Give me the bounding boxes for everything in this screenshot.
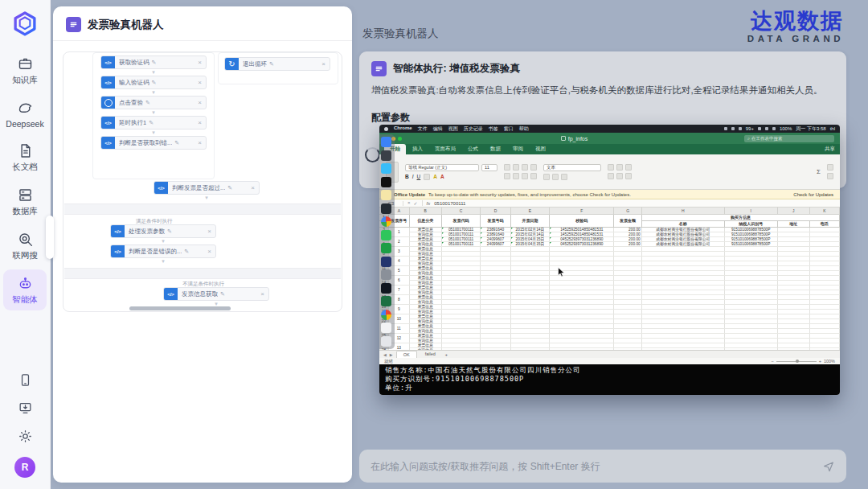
prev-sheet-icon: ◀ bbox=[383, 352, 387, 357]
excel-tab-审阅: 审阅 bbox=[507, 144, 529, 154]
workflow-node[interactable]: 判断发票是否超过... bbox=[154, 181, 260, 195]
number-format-select: 文本 bbox=[543, 164, 601, 171]
excel-tab-视图: 视图 bbox=[530, 144, 551, 154]
mac-menu-items: Chrome文件编辑视图历史记录书签窗口帮助 bbox=[394, 125, 529, 133]
edit-icon[interactable] bbox=[227, 185, 232, 191]
execution-screenshot: Chrome文件编辑视图历史记录书签窗口帮助 99+100%周一 下午3:58t… bbox=[379, 125, 840, 395]
edit-icon[interactable] bbox=[269, 61, 274, 68]
desktop-download-icon[interactable] bbox=[18, 401, 33, 416]
terminal-line: 购买方识别号:91510100698878500P bbox=[385, 375, 834, 384]
mac-menu-item: 编辑 bbox=[433, 125, 443, 133]
workflow-node[interactable]: 获取验证码 bbox=[100, 55, 207, 69]
brand-logo-en: DATA GRAND bbox=[747, 34, 844, 43]
spreadsheet-grid: ABCDEFGHIJK1发票序号信息分类发票代码发票号码开票日期校验码发票金额购… bbox=[379, 208, 840, 350]
delete-node-icon[interactable] bbox=[207, 228, 211, 235]
app-root: 知识库Deepseek长文档数据库联网搜智能体 R 发票验真机器人 获取验证 bbox=[0, 0, 868, 489]
formula-bar: C3 ×✓ fx 051001700111 bbox=[379, 199, 840, 208]
next-sheet-icon: ▶ bbox=[390, 352, 393, 357]
sidebar-item-deepseek[interactable]: Deepseek bbox=[3, 94, 47, 134]
node-code-icon bbox=[154, 181, 168, 195]
sidebar-item-database[interactable]: 数据库 bbox=[3, 181, 47, 222]
mac-menu-item: 文件 bbox=[418, 125, 428, 133]
settings-gear-icon[interactable] bbox=[18, 429, 33, 444]
mobile-app-icon[interactable] bbox=[18, 372, 33, 388]
edit-icon[interactable] bbox=[174, 140, 179, 146]
workflow-node[interactable]: 判断是否是错误的... bbox=[110, 244, 216, 258]
excel-tab-插入: 插入 bbox=[407, 144, 428, 154]
workflow-canvas[interactable]: 获取验证码输入验证码点击查验延时执行1判断是否获取到错... 退出循环 判断发票… bbox=[63, 51, 342, 312]
delete-node-icon[interactable] bbox=[198, 119, 202, 126]
delete-node-icon[interactable] bbox=[198, 139, 202, 146]
excel-ribbon: 等线 Regular (正文) 11 B I U A A bbox=[379, 154, 840, 190]
terminal-output: 销售方名称:中国石油天然气股份有限公司四川销售分公司购买方识别号:9151010… bbox=[379, 364, 840, 395]
menubar-status-icon bbox=[765, 127, 768, 130]
node-label: 判断发票是否超过... bbox=[172, 184, 225, 192]
loading-spinner-icon bbox=[365, 147, 380, 162]
menubar-status-icon bbox=[724, 127, 727, 130]
workflow-hscrollbar[interactable] bbox=[129, 306, 231, 310]
edit-icon[interactable] bbox=[184, 249, 189, 255]
workflow-node[interactable]: 退出循环 bbox=[224, 57, 330, 71]
sidebar-item-knowledge[interactable]: 知识库 bbox=[3, 50, 47, 91]
sheet-tab-failed: failed bbox=[419, 351, 442, 358]
edit-icon[interactable] bbox=[152, 60, 157, 66]
workflow-node[interactable]: 发票信息获取 bbox=[163, 287, 269, 301]
sidebar-item-websearch[interactable]: 联网搜 bbox=[3, 225, 47, 266]
node-code-icon bbox=[101, 136, 115, 150]
sheet-tab-OK: OK bbox=[396, 351, 417, 358]
font-color-button: A bbox=[440, 174, 444, 179]
menubar-status-text: 周一 下午3:58 bbox=[796, 125, 825, 133]
dock-preview-window-2-icon bbox=[381, 336, 391, 347]
flow-arrow-icon bbox=[162, 258, 165, 265]
node-code-icon bbox=[111, 224, 125, 238]
node-gear-icon bbox=[101, 96, 115, 109]
node-label: 点击查验 bbox=[119, 99, 143, 107]
edit-icon[interactable] bbox=[149, 120, 154, 126]
workflow-node[interactable]: 点击查验 bbox=[100, 96, 207, 109]
sidebar-item-agent[interactable]: 智能体 bbox=[3, 269, 47, 310]
workflow-node[interactable]: 处理发票参数 bbox=[110, 224, 216, 238]
send-icon[interactable] bbox=[822, 460, 835, 473]
workflow-node[interactable]: 延时执行1 bbox=[100, 116, 207, 129]
dock-notes-icon bbox=[381, 190, 391, 200]
edit-icon[interactable] bbox=[167, 228, 172, 235]
office-update-bar: Office Update To keep up-to-date with se… bbox=[379, 190, 840, 199]
search-icon: ⌕ bbox=[747, 136, 750, 142]
delete-node-icon[interactable] bbox=[198, 79, 202, 86]
excel-tab-数据: 数据 bbox=[485, 144, 506, 154]
sidebar-item-label: 数据库 bbox=[12, 206, 38, 217]
delete-node-icon[interactable] bbox=[251, 184, 255, 191]
node-label: 处理发票参数 bbox=[129, 228, 165, 236]
panel-resize-handle[interactable] bbox=[46, 216, 54, 259]
delete-node-icon[interactable] bbox=[198, 59, 202, 66]
document-icon bbox=[561, 136, 566, 141]
dock-keynote-icon bbox=[381, 269, 391, 280]
edit-icon[interactable] bbox=[152, 80, 157, 86]
flow-arrow-icon bbox=[205, 195, 208, 201]
chat-input[interactable] bbox=[371, 461, 822, 472]
delete-node-icon[interactable] bbox=[198, 99, 202, 106]
delete-node-icon[interactable] bbox=[260, 290, 264, 298]
chat-panel: 发票验真机器人 达观数据 DATA GRAND 智能体执行: 增值税发票验真 增… bbox=[352, 0, 868, 489]
workflow-robot-icon bbox=[66, 17, 81, 32]
delete-node-icon[interactable] bbox=[321, 60, 326, 68]
sidebar-item-longdoc[interactable]: 长文档 bbox=[3, 137, 47, 178]
delete-node-icon[interactable] bbox=[207, 248, 211, 255]
dock-x-app-icon bbox=[381, 283, 391, 294]
workflow-node[interactable]: 输入验证码 bbox=[100, 76, 207, 89]
edit-icon[interactable] bbox=[220, 291, 225, 298]
zoom-percent: 100% bbox=[824, 359, 835, 364]
edit-icon[interactable] bbox=[145, 100, 150, 106]
database-icon bbox=[17, 187, 34, 203]
excel-tab-公式: 公式 bbox=[462, 144, 484, 154]
app-logo-icon[interactable] bbox=[10, 10, 40, 40]
condition-band-bottom bbox=[64, 268, 341, 279]
mac-menu-item: 窗口 bbox=[504, 125, 514, 133]
workflow-node[interactable]: 判断是否获取到错... bbox=[100, 136, 207, 150]
dock-preview-window-icon bbox=[381, 323, 391, 333]
exec-description: 增值税发票验真:自动将发票信息上传到验证平台,与税务机关的数据库进行比对,全程记… bbox=[359, 76, 846, 97]
dock-app-store-icon bbox=[381, 243, 391, 253]
user-avatar[interactable]: R bbox=[14, 457, 35, 478]
dock-launchpad-icon bbox=[381, 150, 391, 161]
autosum-button: Σ bbox=[817, 168, 821, 175]
